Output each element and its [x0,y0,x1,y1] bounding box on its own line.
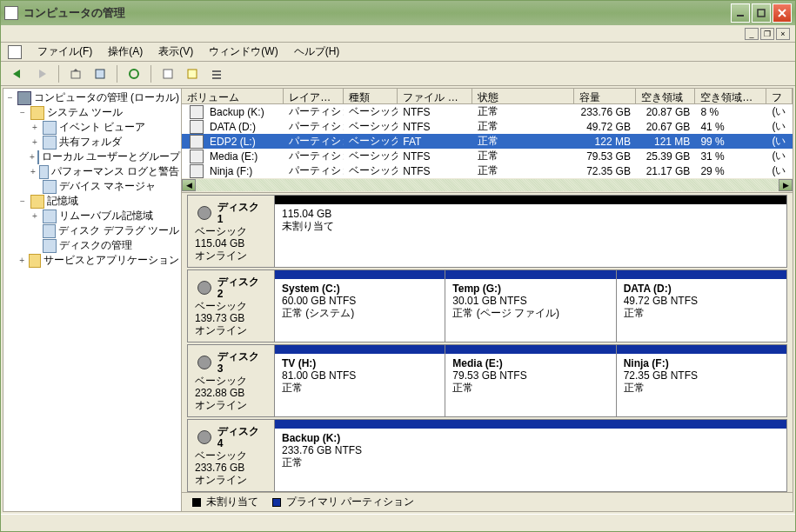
scroll-track[interactable] [196,179,779,191]
svg-rect-11 [188,70,197,78]
volume-horizontal-scrollbar[interactable]: ◀ ▶ [182,178,793,192]
partition-color-bar [275,196,786,204]
tree-disk-management[interactable]: ディスクの管理 [5,238,179,253]
up-button[interactable] [66,64,85,83]
list-button[interactable] [207,64,226,83]
partition-title: TV (H:) [282,357,438,369]
partition[interactable]: TV (H:)81.00 GB NTFS正常 [275,345,445,416]
window-title: コンピュータの管理 [23,5,731,21]
disk-mgmt-icon [43,239,57,253]
partition[interactable]: Ninja (F:)72.35 GB NTFS正常 [617,345,786,416]
volume-row[interactable]: Media (E:)パーティションベーシックNTFS正常79.53 GB25.3… [182,149,793,163]
menu-action[interactable]: 操作(A) [101,43,150,61]
disk-block[interactable]: ディスク 1ベーシック115.04 GBオンライン115.04 GB未割り当て [187,195,787,268]
partition-title: Ninja (F:) [624,357,779,369]
disk-label: ディスク 3ベーシック232.88 GBオンライン [188,345,275,416]
mdi-minimize-button[interactable]: _ [745,28,759,40]
console-tree[interactable]: −コンピュータの管理 (ローカル) −システム ツール +イベント ビューア +… [3,89,182,511]
col-freepct[interactable]: 空き領域の割合 [695,89,766,103]
partition[interactable]: Media (E:)79.53 GB NTFS正常 [445,345,616,416]
back-button[interactable] [8,64,27,83]
forward-button[interactable] [32,64,51,83]
partition-status: 正常 [282,382,438,394]
expander-icon[interactable]: + [17,256,26,265]
expander-icon[interactable]: + [30,137,40,147]
col-fault[interactable]: フ [766,89,793,103]
help-button[interactable] [158,64,177,83]
disk-label: ディスク 2ベーシック139.73 GBオンライン [188,270,275,342]
volume-icon [190,135,204,149]
refresh-button[interactable] [124,64,144,83]
partition[interactable]: DATA (D:)49.72 GB NTFS正常 [617,270,786,342]
expander-icon[interactable]: + [30,152,35,162]
titlebar[interactable]: コンピュータの管理 [1,1,795,25]
tree-defrag[interactable]: ディスク デフラグ ツール [5,223,179,238]
tree-local-users[interactable]: +ローカル ユーザーとグループ [5,150,179,164]
col-status[interactable]: 状態 [472,89,574,103]
expander-icon[interactable]: + [30,167,37,176]
defrag-icon [43,224,56,238]
maximize-button[interactable] [752,3,771,23]
col-capacity[interactable]: 容量 [574,89,635,103]
partition-color-bar [617,270,786,279]
users-icon [37,150,39,164]
tree-device-manager[interactable]: デバイス マネージャ [5,179,179,194]
settings-button[interactable] [183,64,202,83]
col-volume[interactable]: ボリューム [182,89,284,103]
volume-icon [190,164,204,178]
disk-block[interactable]: ディスク 2ベーシック139.73 GBオンラインSystem (C:)60.0… [187,269,787,342]
col-free[interactable]: 空き領域 [636,89,695,103]
partition-status: 正常 (システム) [282,307,438,319]
close-button[interactable] [773,3,792,23]
scroll-left-button[interactable]: ◀ [182,179,196,191]
tree-removable-storage[interactable]: +リムーバブル記憶域 [5,209,179,223]
expander-icon[interactable]: + [30,211,40,221]
expander-icon[interactable]: + [30,123,40,132]
partition-title: Media (E:) [452,357,608,369]
col-filesystem[interactable]: ファイル システム [398,89,472,103]
disk-label: ディスク 1ベーシック115.04 GBオンライン [188,196,275,267]
partition[interactable]: System (C:)60.00 GB NTFS正常 (システム) [275,270,445,342]
tree-storage[interactable]: −記憶域 [5,194,179,209]
volume-row[interactable]: Backup (K:)パーティションベーシックNTFS正常233.76 GB20… [182,104,793,119]
expander-icon[interactable]: − [5,93,15,103]
disk-block[interactable]: ディスク 3ベーシック232.88 GBオンラインTV (H:)81.00 GB… [187,344,787,417]
tree-event-viewer[interactable]: +イベント ビューア [5,120,179,135]
volume-row[interactable]: Ninja (F:)パーティションベーシックNTFS正常72.35 GB21.1… [182,163,793,178]
legend-swatch-unallocated [192,498,201,507]
volume-list-header: ボリューム レイアウト 種類 ファイル システム 状態 容量 空き領域 空き領域… [182,89,793,104]
tree-shared-folders[interactable]: +共有フォルダ [5,135,179,150]
removable-icon [43,209,57,223]
col-type[interactable]: 種類 [344,89,398,103]
mdi-close-button[interactable]: × [776,28,790,40]
expander-icon[interactable]: − [17,108,28,117]
partition-size: 81.00 GB NTFS [282,369,438,382]
tree-root[interactable]: −コンピュータの管理 (ローカル) [5,90,179,105]
col-layout[interactable]: レイアウト [284,89,343,103]
svg-rect-6 [71,71,80,78]
volume-row[interactable]: DATA (D:)パーティションベーシックNTFS正常49.72 GB20.67… [182,119,793,134]
svg-rect-13 [212,74,221,76]
scroll-right-button[interactable]: ▶ [779,179,793,191]
expander-icon[interactable]: − [17,196,28,206]
svg-rect-14 [212,77,221,79]
partition[interactable]: Backup (K:)233.76 GB NTFS正常 [275,420,786,491]
tree-perf-logs[interactable]: +パフォーマンス ログと警告 [5,164,179,179]
minimize-button[interactable] [731,3,750,23]
properties-button[interactable] [90,64,110,83]
menu-view[interactable]: 表示(V) [151,43,200,61]
partition-size: 72.35 GB NTFS [624,369,779,382]
tree-services-apps[interactable]: +サービスとアプリケーション [5,253,179,268]
tree-system-tools[interactable]: −システム ツール [5,105,179,120]
disk-icon [197,206,211,220]
menu-help[interactable]: ヘルプ(H) [287,43,347,61]
disk-block[interactable]: ディスク 4ベーシック233.76 GBオンラインBackup (K:)233.… [187,419,787,492]
disk-graphical-view[interactable]: ディスク 1ベーシック115.04 GBオンライン115.04 GB未割り当てデ… [182,193,793,492]
menu-file[interactable]: ファイル(F) [30,43,99,61]
menu-window[interactable]: ウィンドウ(W) [202,43,284,61]
mdi-restore-button[interactable]: ❐ [760,28,774,40]
partition[interactable]: 115.04 GB未割り当て [275,196,786,267]
partition[interactable]: Temp (G:)30.01 GB NTFS正常 (ページ ファイル) [445,270,616,342]
app-icon [4,6,18,20]
volume-row[interactable]: EDP2 (L:)パーティションベーシックFAT正常122 MB121 MB99… [182,134,793,149]
